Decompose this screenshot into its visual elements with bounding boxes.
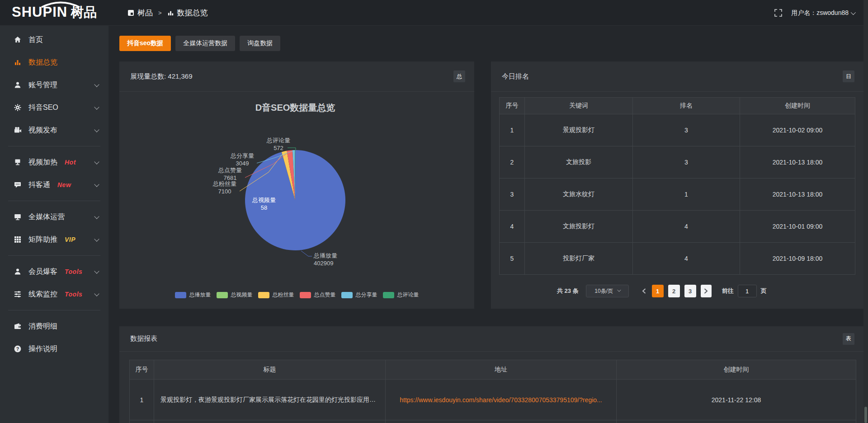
tools-badge: Tools	[65, 268, 82, 275]
col-created: 创建时间	[617, 360, 856, 380]
sidebar-item-douketong[interactable]: 抖客通 New	[0, 174, 108, 196]
col-rank: 排名	[633, 98, 740, 114]
table-view-button[interactable]: 表	[843, 333, 854, 345]
table-header-row: 序号 关键词 排名 创建时间	[500, 98, 855, 114]
wallet-icon	[14, 323, 22, 330]
chevron-down-icon	[617, 288, 621, 291]
table-row	[130, 420, 856, 423]
page-button-3[interactable]: 3	[684, 285, 696, 297]
sidebar-divider	[8, 255, 100, 256]
fullscreen-icon[interactable]	[774, 9, 782, 17]
user-menu[interactable]: 用户名：zswodun88	[791, 9, 854, 17]
sidebar-item-home[interactable]: 首页	[0, 28, 108, 51]
legend-item-总播放量[interactable]: 总播放量	[175, 291, 211, 299]
legend-label: 总点赞量	[314, 291, 336, 299]
goto-page-input[interactable]	[738, 285, 757, 297]
sidebar-item-account[interactable]: 账号管理	[0, 74, 108, 96]
question-circle-icon: ?	[14, 345, 22, 352]
chat-bubble-icon	[14, 181, 22, 188]
pie-label: 572	[274, 145, 283, 151]
label-line-总播放量	[301, 251, 312, 256]
legend-item-总粉丝量[interactable]: 总粉丝量	[258, 291, 294, 299]
chart-title: D音SEO数据量总览	[255, 103, 335, 113]
scrollbar-thumb[interactable]	[864, 407, 867, 423]
legend-label: 总播放量	[189, 291, 211, 299]
sidebar-divider	[8, 146, 100, 146]
sidebar-item-douyin-seo[interactable]: 抖音SEO	[0, 96, 108, 119]
breadcrumb: 树品 > 数据总览	[127, 0, 208, 26]
daily-view-button[interactable]: 日	[843, 70, 854, 82]
tab-douyin-seo-data[interactable]: 抖音seo数据	[119, 36, 171, 51]
video-camera-icon	[14, 127, 22, 134]
pie-label: 总播放量	[313, 252, 337, 259]
member-icon	[14, 268, 22, 275]
tab-media-operation-data[interactable]: 全媒体运营数据	[175, 36, 235, 51]
report-panel-header: 数据报表 表	[119, 326, 863, 352]
legend-item-总分享量[interactable]: 总分享量	[341, 291, 377, 299]
sidebar-item-help[interactable]: ? 操作说明	[0, 338, 108, 360]
sidebar-divider	[8, 201, 100, 201]
new-badge: New	[57, 181, 71, 188]
gear-icon	[14, 104, 22, 111]
legend-label: 总粉丝量	[273, 291, 294, 299]
sidebar-item-media-operation[interactable]: 全媒体运营	[0, 206, 108, 228]
chevron-down-icon	[94, 82, 99, 87]
ranking-panel: 今日排名 日 序号 关键词 排名 创建时间 1景观投影灯32021-10-02 …	[491, 61, 863, 309]
page-scrollbar[interactable]	[863, 0, 868, 423]
tools-badge: Tools	[65, 291, 82, 298]
legend-label: 总评论量	[397, 291, 419, 299]
legend-item-总评论量[interactable]: 总评论量	[383, 291, 419, 299]
col-no: 序号	[130, 360, 154, 380]
pie-label: 总评论量	[266, 137, 290, 144]
sidebar-item-video-publish[interactable]: 视频发布	[0, 119, 108, 141]
chevron-down-icon	[851, 9, 856, 14]
pagination: 共 23 条 10条/页 1 2 3 前往 页	[557, 285, 767, 297]
page-button-2[interactable]: 2	[668, 285, 680, 297]
report-panel: 数据报表 表 序号 标题 地址 创建时间 1 景观投影灯，夜游景观投影灯厂家展示…	[119, 326, 863, 423]
video-url-link[interactable]: https://www.iesdouyin.com/share/video/70…	[400, 396, 602, 404]
total-count-label: 共 23 条	[557, 287, 579, 295]
table-header-row: 序号 标题 地址 创建时间	[130, 360, 856, 380]
breadcrumb-item-home[interactable]: 树品	[127, 8, 153, 18]
col-no: 序号	[500, 98, 525, 114]
page-size-select[interactable]: 10条/页	[586, 285, 629, 297]
table-row: 1景观投影灯32021-10-02 09:00	[500, 114, 855, 146]
sidebar-item-expense-detail[interactable]: 消费明细	[0, 315, 108, 338]
sidebar-item-video-heat[interactable]: 视频加热 Hot	[0, 151, 108, 174]
pie-label: 402909	[314, 260, 333, 267]
goto-page-control: 前往 页	[722, 285, 767, 297]
chevron-down-icon	[94, 291, 99, 296]
legend-item-总视频量[interactable]: 总视频量	[217, 291, 253, 299]
table-row: 5投影灯厂家42021-10-09 18:00	[500, 243, 855, 275]
pie-label: 总粉丝量	[212, 180, 236, 187]
bar-chart-icon	[167, 9, 174, 16]
video-title-cell: 景观投影灯，夜游景观投影灯厂家展示展示落花灯在花园里的灯光投影应用效果 #	[154, 380, 386, 420]
goto-label: 前往	[722, 287, 734, 295]
legend-item-总点赞量[interactable]: 总点赞量	[300, 291, 336, 299]
sidebar-item-member-burst[interactable]: 会员爆客 Tools	[0, 260, 108, 283]
pie-label: 总点赞量	[218, 167, 242, 174]
table-row: 1 景观投影灯，夜游景观投影灯厂家展示展示落花灯在花园里的灯光投影应用效果 # …	[130, 380, 856, 420]
tab-inquiry-data[interactable]: 询盘数据	[240, 36, 280, 51]
col-title: 标题	[154, 360, 386, 380]
report-table: 序号 标题 地址 创建时间 1 景观投影灯，夜游景观投影灯厂家展示展示落花灯在花…	[129, 360, 856, 423]
page-button-1[interactable]: 1	[652, 285, 664, 297]
legend-swatch	[341, 292, 353, 298]
app-square-icon	[127, 9, 134, 16]
legend-swatch	[217, 292, 228, 298]
sidebar-item-lead-monitor[interactable]: 线索监控 Tools	[0, 283, 108, 306]
prev-page-button[interactable]	[639, 285, 650, 297]
logo-arc-decoration	[40, 1, 81, 8]
breadcrumb-item-current[interactable]: 数据总览	[167, 8, 208, 18]
next-page-button[interactable]	[701, 285, 712, 297]
sidebar-item-matrix-boost[interactable]: 矩阵助推 VIP	[0, 228, 108, 251]
sidebar-item-data-overview[interactable]: 数据总览	[0, 51, 108, 74]
sidebar-divider	[8, 310, 100, 310]
grid-icon	[14, 236, 22, 243]
total-view-button[interactable]: 总	[453, 70, 465, 82]
chevron-down-icon	[94, 268, 99, 273]
ranking-panel-title: 今日排名	[502, 72, 529, 81]
app-logo[interactable]: SHUPIN 树品	[12, 3, 97, 21]
breadcrumb-separator: >	[158, 9, 162, 16]
main-content: 抖音seo数据 全媒体运营数据 询盘数据 展现量总数: 421,369 总 D音…	[108, 26, 863, 423]
